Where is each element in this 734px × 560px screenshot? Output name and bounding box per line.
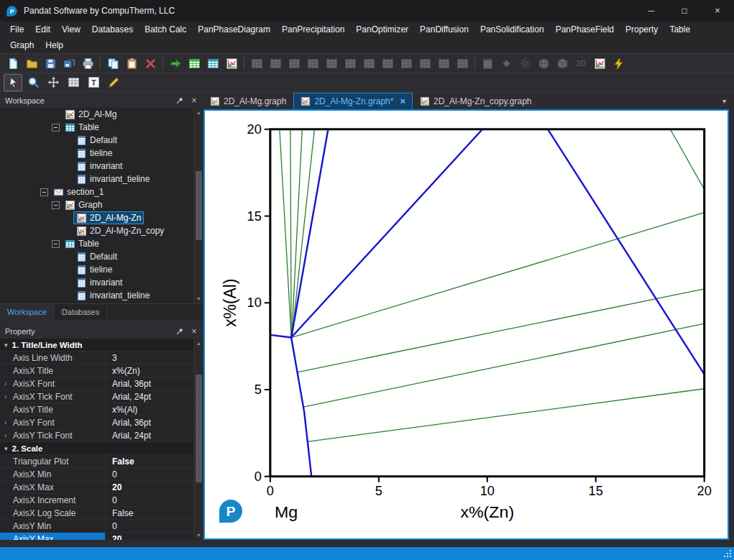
menu-item-batch-calc[interactable]: Batch Calc <box>139 24 192 35</box>
new-graph-button[interactable] <box>222 55 241 72</box>
property-value-cell[interactable]: x%(Zn) <box>105 364 203 377</box>
tree-collapse-icon[interactable] <box>52 201 60 209</box>
pan-tool-button[interactable] <box>44 74 63 91</box>
property-section-1-title-line-width[interactable]: ▾1. Title/Line Width <box>0 339 203 352</box>
text-tool-button[interactable]: T <box>84 74 103 91</box>
property-name-cell[interactable]: AxisY Title <box>0 403 105 416</box>
property-value-cell[interactable]: Arial, 36pt <box>105 377 203 390</box>
expand-arrow-icon[interactable]: › <box>4 431 6 439</box>
tree-item-invariant[interactable]: invariant <box>0 276 203 289</box>
copy-button[interactable] <box>104 55 122 72</box>
tree-item-invariant-tieline[interactable]: invariant_tieline <box>0 173 203 185</box>
menu-item-panoptimizer[interactable]: PanOptimizer <box>350 24 414 35</box>
property-row-axisx-font[interactable]: ›AxisX FontArial, 36pt <box>0 377 203 390</box>
import-table-button[interactable] <box>185 55 203 72</box>
tree-item-2d-al-mg-zn[interactable]: 2D_Al-Mg-Zn <box>0 211 203 224</box>
document-tab-2d-al-mg-zn-graph[interactable]: 2D_Al-Mg-Zn.graph*× <box>293 93 413 109</box>
tree-collapse-icon[interactable] <box>52 124 60 132</box>
property-value-cell[interactable]: False <box>105 455 203 467</box>
menu-item-panphasefield[interactable]: PanPhaseField <box>550 24 620 35</box>
paste-button[interactable] <box>122 55 141 72</box>
menu-item-help[interactable]: Help <box>40 40 69 50</box>
resize-grip[interactable] <box>723 549 732 558</box>
menu-item-panphasediagram[interactable]: PanPhaseDiagram <box>192 24 276 35</box>
menu-item-panprecipitation[interactable]: PanPrecipitation <box>276 24 350 35</box>
graph-document[interactable]: 0510152005101520x%(Zn)x%(Al)Mg P <box>203 109 729 540</box>
property-value-cell[interactable]: Arial, 24pt <box>105 429 203 441</box>
tree-item-default[interactable]: Default <box>0 250 203 263</box>
property-name-cell[interactable]: ›AxisY Tick Font <box>0 429 105 441</box>
menu-item-pansolidification[interactable]: PanSolidification <box>474 24 550 35</box>
select-tool-button[interactable] <box>4 74 22 91</box>
tab-list-chevron-icon[interactable]: ▾ <box>722 97 726 105</box>
quick-calculation-button[interactable] <box>609 55 628 72</box>
property-name-cell[interactable]: Triangular Plot <box>0 455 105 467</box>
tree-item-2d-al-mg-zn-copy[interactable]: 2D_Al-Mg-Zn_copy <box>0 224 203 237</box>
menu-item-view[interactable]: View <box>56 24 86 35</box>
run-batch-calc-button[interactable] <box>166 55 185 72</box>
pin-icon[interactable] <box>175 327 184 336</box>
document-tab-2d-al-mg-zn-copy-graph[interactable]: 2D_Al-Mg-Zn_copy.graph <box>413 93 538 109</box>
delete-button[interactable] <box>141 55 160 72</box>
property-name-cell[interactable]: ›AxisX Font <box>0 377 105 390</box>
tree-item-default[interactable]: Default <box>0 134 203 147</box>
property-value-cell[interactable]: 3 <box>105 352 203 364</box>
expand-arrow-icon[interactable]: › <box>4 418 6 426</box>
property-name-cell[interactable]: AxisX Max <box>0 481 105 493</box>
open-workspace-button[interactable] <box>22 55 41 72</box>
tree-item-table[interactable]: Table <box>0 237 203 250</box>
tree-collapse-icon[interactable] <box>40 188 48 196</box>
property-row-axis-line-width[interactable]: Axis Line Width3 <box>0 352 203 364</box>
minimize-button[interactable]: ─ <box>635 0 668 22</box>
menu-item-table[interactable]: Table <box>664 24 696 35</box>
property-value-cell[interactable]: 20 <box>105 533 203 540</box>
property-row-axisx-increment[interactable]: AxisX Increment0 <box>0 494 203 507</box>
property-row-axisy-min[interactable]: AxisY Min0 <box>0 520 203 533</box>
property-value-cell[interactable]: False <box>105 507 203 519</box>
tree-scrollbar[interactable]: ▲ ▼ <box>193 108 203 303</box>
maximize-button[interactable]: □ <box>668 0 701 22</box>
property-row-axisx-min[interactable]: AxisX Min0 <box>0 468 203 481</box>
print-button[interactable] <box>78 55 97 72</box>
property-row-axisx-tick-font[interactable]: ›AxisX Tick FontArial, 24pt <box>0 390 203 403</box>
menu-item-pandiffusion[interactable]: PanDiffusion <box>414 24 474 35</box>
property-value-cell[interactable]: 20 <box>105 481 203 493</box>
property-name-cell[interactable]: AxisX Min <box>0 468 105 480</box>
property-scrollbar-thumb[interactable] <box>196 375 202 482</box>
property-value-cell[interactable]: Arial, 24pt <box>105 390 203 403</box>
property-section-2-scale[interactable]: ▾2. Scale <box>0 442 203 455</box>
property-name-cell[interactable]: Axis Line Width <box>0 352 105 364</box>
close-tab-icon[interactable]: × <box>400 97 405 106</box>
property-name-cell[interactable]: AxisX Increment <box>0 494 105 506</box>
property-row-triangular-plot[interactable]: Triangular PlotFalse <box>0 455 203 468</box>
menu-item-property[interactable]: Property <box>620 24 664 35</box>
tree-item-section-1[interactable]: section_1 <box>0 185 203 198</box>
property-row-axisx-max[interactable]: AxisX Max20 <box>0 481 203 494</box>
save-all-button[interactable] <box>60 55 78 72</box>
new-workspace-button[interactable] <box>4 55 22 72</box>
tree-item-tieline[interactable]: tieline <box>0 147 203 160</box>
property-name-cell[interactable]: AxisY Min <box>0 520 105 532</box>
zoom-tool-button[interactable] <box>24 74 42 91</box>
panel-tab-workspace[interactable]: Workspace <box>0 304 55 320</box>
property-row-axisy-title[interactable]: AxisY Titlex%(Al) <box>0 403 203 416</box>
scroll-down-icon[interactable]: ▼ <box>194 294 203 303</box>
tree-item-invariant-tieline[interactable]: invariant_tieline <box>0 289 203 302</box>
property-name-cell[interactable]: ›AxisY Font <box>0 416 105 428</box>
close-button[interactable]: × <box>701 0 734 22</box>
close-panel-icon[interactable]: × <box>190 96 198 105</box>
property-row-axisy-font[interactable]: ›AxisY FontArial, 36pt <box>0 416 203 429</box>
property-value-cell[interactable]: x%(Al) <box>105 403 203 416</box>
tree-item-graph[interactable]: Graph <box>0 198 203 211</box>
property-value-cell[interactable]: 0 <box>105 494 203 506</box>
menu-item-databases[interactable]: Databases <box>86 24 139 35</box>
scroll-down-icon[interactable]: ▼ <box>194 531 203 540</box>
tree-item-2d-al-mg[interactable]: 2D_Al-Mg <box>0 108 203 121</box>
property-name-cell[interactable]: AxisX Log Scale <box>0 507 105 519</box>
property-value-cell[interactable]: 0 <box>105 520 203 532</box>
property-row-axisx-title[interactable]: AxisX Titlex%(Zn) <box>0 364 203 377</box>
property-name-cell[interactable]: AxisY Max <box>0 533 105 540</box>
save-workspace-button[interactable] <box>41 55 60 72</box>
property-row-axisy-max[interactable]: AxisY Max20 <box>0 533 203 540</box>
menu-item-file[interactable]: File <box>4 24 29 35</box>
